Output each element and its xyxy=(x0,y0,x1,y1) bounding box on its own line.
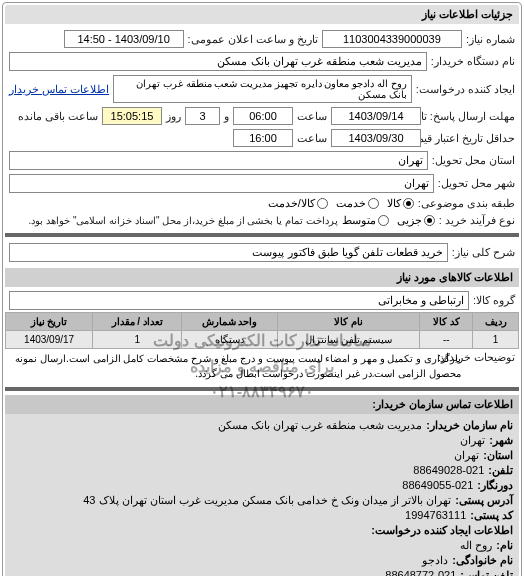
deadline-date: 1403/09/14 xyxy=(331,107,421,125)
family-value: دادجو xyxy=(422,554,448,566)
col-qty: تعداد / مقدار xyxy=(93,313,182,331)
separator xyxy=(5,387,519,391)
group-label: گروه کالا: xyxy=(473,294,515,307)
name-value: روح اله xyxy=(460,539,492,551)
desc-label: شرح کلی نیاز: xyxy=(452,246,515,259)
buyer-name-label: نام دستگاه خریدار: xyxy=(431,55,515,68)
province-value: تهران xyxy=(9,151,428,170)
col-code: کد کالا xyxy=(420,313,473,331)
address-label: آدرس پستی: xyxy=(455,494,513,506)
family-label: نام خانوادگی: xyxy=(452,554,513,566)
city-label: شهر محل تحویل: xyxy=(438,177,515,190)
fax-label: دورنگار: xyxy=(477,479,513,491)
radio-both[interactable]: کالا/خدمت xyxy=(268,197,328,210)
separator xyxy=(5,233,519,237)
radio-dot-icon xyxy=(378,215,389,226)
group-value: ارتباطی و مخابراتی xyxy=(9,291,469,310)
items-header: اطلاعات کالاهای مورد نیاز xyxy=(5,268,519,287)
deadline-time: 06:00 xyxy=(233,107,293,125)
remaining-label: ساعت باقی مانده xyxy=(18,110,98,123)
buyer-contact-link[interactable]: اطلاعات تماس خریدار xyxy=(9,83,109,96)
number-label: شماره نیاز: xyxy=(466,33,515,46)
col-date: تاریخ نیاز xyxy=(6,313,93,331)
purchase-type-label: نوع فرآیند خرید : xyxy=(439,214,515,227)
col-name: نام کالا xyxy=(277,313,420,331)
org-name-value: مدیریت شعب منطقه غرب تهران بانک مسکن xyxy=(218,419,422,431)
phone-label: تلفن: xyxy=(488,464,513,476)
min-validity-label: حداقل تاریخ اعتبار قیمت: تا تاریخ: xyxy=(425,132,515,145)
radio-dot-icon xyxy=(368,198,379,209)
postal-label: کد پستی: xyxy=(470,509,513,521)
name-label: نام: xyxy=(496,539,513,551)
contact-province-label: استان: xyxy=(483,449,513,461)
radio-service-label: خدمت xyxy=(336,197,366,210)
cell-name: سیستم تلفن سانترال xyxy=(277,331,420,349)
radio-dot-icon xyxy=(424,215,435,226)
radio-service[interactable]: خدمت xyxy=(336,197,379,210)
contact-city-value: تهران xyxy=(460,434,485,446)
cell-date: 1403/09/17 xyxy=(6,331,93,349)
org-name-label: نام سازمان خریدار: xyxy=(426,419,513,431)
cell-qty: 1 xyxy=(93,331,182,349)
buyer-name-value: مدیریت شعب منطقه غرب تهران بانک مسکن xyxy=(9,52,427,71)
radio-goods-label: کالا xyxy=(387,197,401,210)
explain-label: توضیحات خریدار: xyxy=(465,351,515,364)
col-unit: واحد شمارش xyxy=(182,313,278,331)
radio-medium[interactable]: متوسط xyxy=(342,214,389,227)
address-value: تهران بالاتر از میدان ونک خ خدامی بانک م… xyxy=(83,494,451,506)
col-row: ردیف xyxy=(473,313,519,331)
city-value: تهران xyxy=(9,174,434,193)
radio-small-label: جزیی xyxy=(397,214,422,227)
cell-code: -- xyxy=(420,331,473,349)
min-validity-time: 16:00 xyxy=(233,129,293,147)
category-label: طبقه بندی موضوعی: xyxy=(418,197,515,210)
explain-value: بارگذاری و تکمیل و مهر و امضاء لیست پیوس… xyxy=(9,351,461,381)
province-label: استان محل تحویل: xyxy=(432,154,515,167)
postal-value: 1994763111 xyxy=(405,509,466,521)
creator-header: اطلاعات ایجاد کننده درخواست: xyxy=(371,524,513,536)
contact-phone-label: تلفن تماس: xyxy=(460,569,513,576)
radio-goods[interactable]: کالا xyxy=(387,197,414,210)
purchase-note: پرداخت تمام یا بخشی از مبلغ خرید،از محل … xyxy=(29,215,338,226)
items-table: ردیف کد کالا نام کالا واحد شمارش تعداد /… xyxy=(5,312,519,349)
radio-dot-icon xyxy=(317,198,328,209)
deadline-label: مهلت ارسال پاسخ: تا تاریخ: xyxy=(425,110,515,123)
contact-block: نام سازمان خریدار:مدیریت شعب منطقه غرب ت… xyxy=(5,414,519,576)
time-label-1: ساعت xyxy=(297,110,327,123)
announce-label: تاریخ و ساعت اعلان عمومی: xyxy=(188,33,318,46)
announce-value: 1403/09/10 - 14:50 xyxy=(64,30,184,48)
cell-unit: دستگاه xyxy=(182,331,278,349)
day-label: روز xyxy=(166,110,181,123)
radio-both-label: کالا/خدمت xyxy=(268,197,315,210)
min-validity-date: 1403/09/30 xyxy=(331,129,421,147)
time-label-2: ساعت xyxy=(297,132,327,145)
contact-province-value: تهران xyxy=(454,449,479,461)
number-value: 1103004339000039 xyxy=(322,30,462,48)
contact-city-label: شهر: xyxy=(489,434,513,446)
cell-row: 1 xyxy=(473,331,519,349)
contact-phone-value: 021-88648772 xyxy=(385,569,456,576)
fax-value: 021-88649055 xyxy=(402,479,473,491)
radio-small[interactable]: جزیی xyxy=(397,214,435,227)
radio-medium-label: متوسط xyxy=(342,214,376,227)
request-creator-label: ایجاد کننده درخواست: xyxy=(416,83,515,96)
contact-header: اطلاعات تماس سازمان خریدار: xyxy=(5,395,519,414)
panel-title: جزئیات اطلاعات نیاز xyxy=(5,5,519,24)
radio-dot-icon xyxy=(403,198,414,209)
request-creator-value: روح اله دادجو معاون دایره تجهیز مدیریت ش… xyxy=(113,75,412,103)
remaining-value: 15:05:15 xyxy=(102,107,162,125)
table-row[interactable]: 1 -- سیستم تلفن سانترال دستگاه 1 1403/09… xyxy=(6,331,519,349)
days-value: 3 xyxy=(185,107,220,125)
and-label: و xyxy=(224,110,229,123)
desc-value: خرید قطعات تلفن گویا طبق فاکتور پیوست xyxy=(9,243,448,262)
phone-value: 021-88649028 xyxy=(413,464,484,476)
